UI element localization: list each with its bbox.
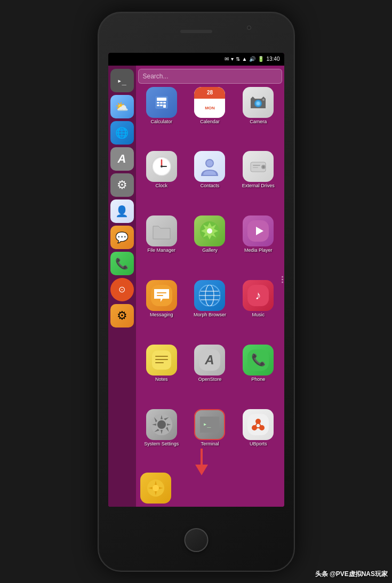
sidebar-item-settings[interactable]: ⚙ — [110, 173, 134, 197]
messages-sidebar-icon: 💬 — [115, 231, 129, 244]
browser-icon: 🌐 — [115, 126, 129, 139]
morph-browser-label: Morph Browser — [194, 313, 226, 318]
app-item-file-manager[interactable]: File Manager — [139, 215, 185, 277]
calendar-label: Calendar — [200, 119, 220, 125]
app-item-gallery[interactable]: Gallery — [187, 215, 233, 277]
home-button[interactable] — [184, 528, 208, 552]
app-item-calculator[interactable]: Calculator — [139, 87, 185, 148]
front-camera — [247, 26, 251, 30]
app-item-media-player[interactable]: Media Player — [236, 215, 281, 277]
app-grid-area: Search... — [136, 66, 284, 507]
sync-icon: ⇅ — [236, 56, 240, 62]
sidebar-item-font[interactable]: A — [110, 147, 134, 171]
battery-icon: 🔋 — [258, 56, 264, 62]
app-item-phone[interactable]: 📞 Phone — [236, 345, 281, 406]
search-bar[interactable]: Search... — [138, 69, 282, 84]
location-icon: ▾ — [231, 56, 234, 62]
terminal-icon-main: ▸_ — [194, 409, 225, 440]
app-item-system-settings[interactable]: System Settings — [139, 409, 185, 470]
wifi-icon: ▲ — [242, 56, 247, 62]
sidebar-item-phone[interactable]: 📞 — [110, 252, 134, 275]
svg-rect-42 — [155, 359, 168, 360]
sidebar-item-ubuntu[interactable]: ⊙ — [110, 278, 134, 301]
svg-point-16 — [161, 165, 163, 167]
svg-rect-6 — [160, 105, 163, 106]
svg-text:♪: ♪ — [255, 289, 261, 302]
app-item-terminal[interactable]: ▸_ Terminal — [187, 409, 233, 470]
svg-point-26 — [207, 228, 212, 234]
terminal-label: Terminal — [201, 442, 219, 447]
music-icon: ♪ — [243, 280, 274, 311]
svg-point-10 — [257, 102, 260, 105]
morph-browser-icon — [194, 280, 225, 311]
svg-rect-41 — [155, 356, 168, 357]
svg-rect-31 — [157, 295, 163, 296]
sidebar-item-terminal[interactable]: ▸_ — [110, 69, 134, 92]
sidebar-item-contacts[interactable]: 👤 — [110, 199, 134, 223]
notes-icon — [146, 345, 177, 376]
contacts-label: Contacts — [201, 183, 220, 189]
app-item-openstore[interactable]: A OpenStore — [187, 345, 233, 406]
app-item-clock[interactable]: Clock — [139, 151, 185, 212]
extra-app-icon — [140, 473, 171, 504]
svg-rect-52 — [247, 414, 269, 435]
media-player-label: Media Player — [244, 248, 273, 253]
sidebar-item-gear[interactable]: ⚙ — [110, 304, 134, 328]
contacts-icon — [194, 151, 225, 182]
external-drives-icon — [243, 151, 274, 182]
app-item-camera[interactable]: Camera — [236, 87, 281, 148]
external-drives-label: External Drives — [242, 183, 275, 189]
phone-screen: ✉ ▾ ⇅ ▲ 🔊 🔋 13:40 ▸_ ⛅ 🌐 A — [108, 53, 284, 507]
sidebar-item-browser[interactable]: 🌐 — [110, 121, 134, 145]
openstore-icon: A — [194, 345, 225, 376]
gallery-icon — [194, 215, 225, 246]
sidebar-item-messages[interactable]: 💬 — [110, 226, 134, 249]
svg-rect-5 — [157, 105, 159, 106]
svg-point-60 — [153, 485, 159, 491]
app-item-external-drives[interactable]: External Drives — [236, 151, 281, 212]
volume-icon: 🔊 — [249, 56, 255, 62]
calculator-label: Calculator — [151, 119, 173, 125]
gallery-label: Gallery — [202, 248, 218, 253]
system-settings-icon — [146, 409, 177, 440]
svg-text:A: A — [205, 353, 214, 367]
more-options-dots[interactable] — [282, 276, 283, 283]
notes-label: Notes — [155, 377, 168, 382]
contacts-sidebar-icon: 👤 — [115, 205, 129, 218]
app-item-music[interactable]: ♪ Music — [236, 280, 281, 341]
messaging-icon — [146, 280, 177, 311]
ubports-icon — [243, 409, 274, 440]
openstore-label: OpenStore — [198, 377, 222, 382]
camera-label: Camera — [250, 119, 267, 125]
calculator-icon — [146, 87, 177, 118]
svg-text:▸_: ▸_ — [203, 420, 211, 428]
phone-app-icon: 📞 — [243, 345, 274, 376]
app-grid: Calculator 28 MON — [138, 87, 282, 470]
sidebar-item-weather[interactable]: ⛅ — [110, 95, 134, 118]
app-item-extra[interactable] — [140, 473, 171, 504]
svg-rect-4 — [163, 102, 166, 103]
search-placeholder: Search... — [143, 73, 169, 80]
messaging-label: Messaging — [150, 313, 173, 318]
settings-icon: ⚙ — [117, 178, 127, 192]
app-item-calendar[interactable]: 28 MON Calendar — [187, 87, 233, 148]
music-label: Music — [252, 313, 265, 318]
system-settings-label: System Settings — [144, 442, 179, 447]
app-item-morph-browser[interactable]: Morph Browser — [187, 280, 233, 341]
app-item-contacts[interactable]: Contacts — [187, 151, 233, 212]
phone-sidebar-icon: 📞 — [115, 257, 129, 270]
svg-text:📞: 📞 — [251, 353, 266, 367]
email-icon: ✉ — [225, 56, 229, 62]
phone-device: ✉ ▾ ⇅ ▲ 🔊 🔋 13:40 ▸_ ⛅ 🌐 A — [98, 12, 295, 572]
home-screen: ▸_ ⛅ 🌐 A ⚙ 👤 💬 — [108, 66, 284, 507]
svg-rect-3 — [160, 102, 163, 103]
svg-rect-30 — [157, 292, 166, 293]
svg-rect-24 — [253, 167, 258, 168]
file-manager-label: File Manager — [148, 248, 176, 253]
svg-rect-1 — [157, 98, 166, 101]
app-item-ubports[interactable]: UBports — [236, 409, 281, 470]
file-manager-icon — [146, 215, 177, 246]
app-item-notes[interactable]: Notes — [139, 345, 185, 406]
app-item-messaging[interactable]: Messaging — [139, 280, 185, 341]
status-bar: ✉ ▾ ⇅ ▲ 🔊 🔋 13:40 — [108, 53, 284, 66]
